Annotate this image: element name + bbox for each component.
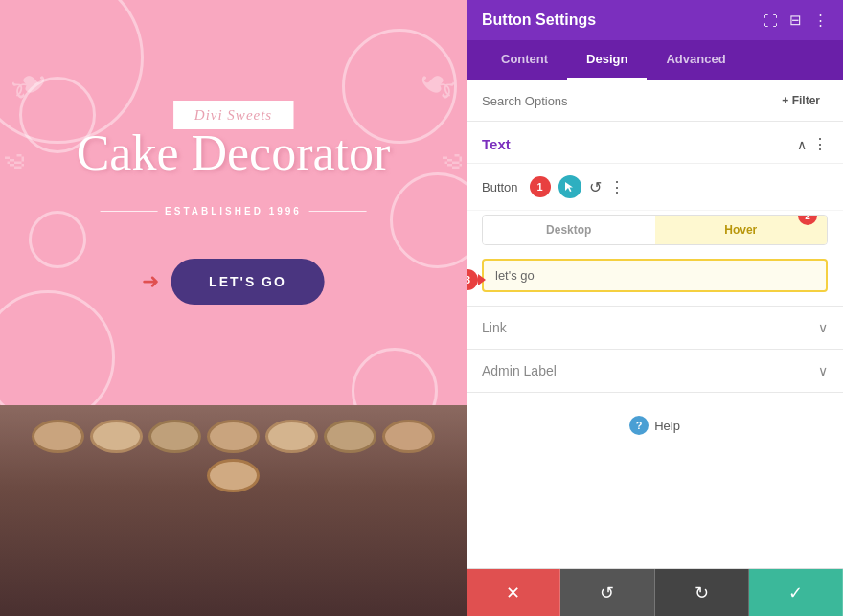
- save-button[interactable]: ✓: [749, 569, 843, 616]
- redo-button[interactable]: ↻: [655, 569, 749, 616]
- annotation-3-arrow: [478, 274, 486, 285]
- section-controls: ∧ ⋮: [797, 135, 828, 153]
- donut-1: [32, 420, 84, 453]
- link-section-title: Link: [482, 320, 507, 335]
- divider-right: [309, 211, 367, 212]
- undo-button[interactable]: ↺: [560, 569, 654, 616]
- toggle-hover[interactable]: Hover 2: [655, 216, 828, 244]
- donut-7: [382, 420, 435, 453]
- settings-panel: Button Settings ⛶ ⊟ ⋮ Content Design Adv…: [467, 0, 843, 616]
- donut-8: [207, 459, 260, 492]
- donut-grid: [0, 405, 467, 507]
- help-button[interactable]: ? Help: [629, 416, 680, 435]
- established-text: ESTABLISHED 1996: [165, 206, 302, 217]
- tab-content[interactable]: Content: [482, 40, 567, 80]
- row-more-icon[interactable]: ⋮: [609, 178, 625, 196]
- reset-icon[interactable]: ↺: [589, 178, 602, 196]
- expand-icon[interactable]: ⛶: [763, 12, 778, 29]
- bottom-photo: [0, 405, 467, 616]
- text-section-header: Text ∧ ⋮: [467, 122, 843, 164]
- annotation-2: 2: [798, 215, 817, 225]
- button-text-input[interactable]: [482, 259, 828, 292]
- link-section[interactable]: Link ∨: [467, 306, 843, 349]
- search-input[interactable]: [482, 94, 774, 108]
- lets-go-section: ➜ LET'S GO: [142, 259, 325, 305]
- settings-header: Button Settings ⛶ ⊟ ⋮: [467, 0, 843, 40]
- help-label: Help: [654, 419, 680, 433]
- toggle-desktop[interactable]: Desktop: [483, 216, 655, 244]
- donut-5: [265, 420, 318, 453]
- tab-design[interactable]: Design: [567, 40, 647, 80]
- donut-2: [90, 420, 143, 453]
- search-bar: + Filter: [467, 80, 843, 122]
- annotation-3: 3: [467, 269, 478, 290]
- svg-marker-0: [565, 182, 573, 192]
- arrow-indicator: ➜: [142, 269, 159, 294]
- filter-button[interactable]: + Filter: [774, 90, 828, 111]
- admin-label-title: Admin Label: [482, 363, 557, 378]
- chevron-up-icon[interactable]: ∧: [797, 137, 807, 152]
- admin-label-section[interactable]: Admin Label ∨: [467, 349, 843, 392]
- settings-tabs: Content Design Advanced: [467, 40, 843, 80]
- help-section: ? Help: [467, 392, 843, 458]
- link-chevron-icon: ∨: [818, 320, 828, 335]
- help-icon: ?: [629, 416, 649, 435]
- donut-4: [207, 420, 260, 453]
- split-icon[interactable]: ⊟: [789, 11, 802, 29]
- swirl-left-2: ༄: [5, 144, 24, 187]
- input-row: 3: [467, 253, 843, 306]
- donut-6: [324, 420, 376, 453]
- donut-3: [148, 420, 201, 453]
- swirl-right-2: ༄: [443, 144, 462, 187]
- section-more-icon[interactable]: ⋮: [812, 135, 828, 153]
- button-row-label: Button: [482, 180, 518, 194]
- brand-text: Divi Sweets: [194, 107, 272, 123]
- admin-chevron-icon: ∨: [818, 363, 828, 378]
- text-section-title: Text: [482, 136, 511, 152]
- preview-panel: ❧ ❧ ༄ ༄ Divi Sweets Cake Decorator ESTAB…: [0, 0, 467, 616]
- lets-go-button[interactable]: LET'S GO: [171, 259, 325, 305]
- divider-left: [100, 211, 157, 212]
- view-toggle: Desktop Hover 2: [482, 215, 828, 245]
- cursor-icon[interactable]: [558, 175, 581, 198]
- established-line: ESTABLISHED 1996: [100, 206, 367, 217]
- header-icons: ⛶ ⊟ ⋮: [763, 11, 828, 29]
- tab-advanced[interactable]: Advanced: [647, 40, 744, 80]
- bottom-toolbar: ✕ ↺ ↻ ✓: [467, 568, 843, 616]
- button-row: Button 1 ↺ ⋮: [467, 164, 843, 211]
- settings-body: + Filter Text ∧ ⋮ Button 1 ↺ ⋮ Desktop: [467, 80, 843, 568]
- more-options-icon[interactable]: ⋮: [813, 11, 828, 29]
- annotation-1: 1: [530, 176, 551, 197]
- annotation-3-container: 3: [467, 269, 486, 290]
- page-title: Cake Decorator: [77, 125, 391, 181]
- cancel-button[interactable]: ✕: [467, 569, 560, 616]
- deco-circle-5: [29, 211, 86, 268]
- settings-title: Button Settings: [482, 11, 596, 29]
